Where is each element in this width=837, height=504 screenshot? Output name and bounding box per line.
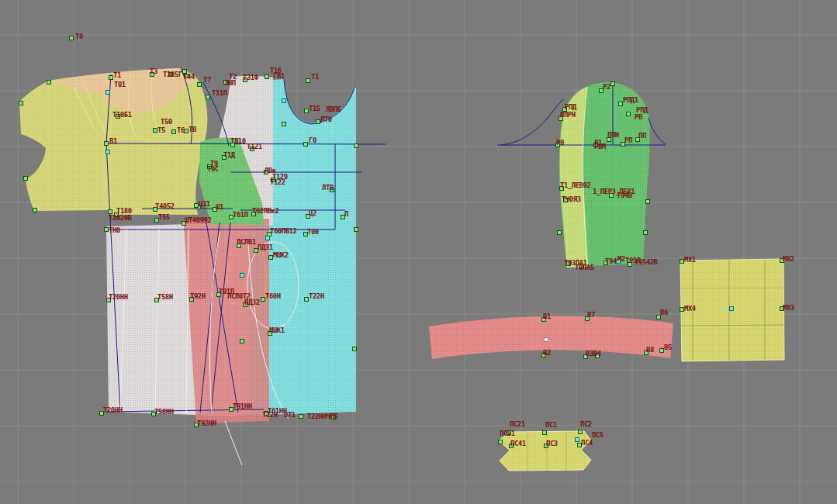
point-label[interactable]: РВ <box>635 113 643 121</box>
point-label[interactable]: Т9542В <box>635 258 659 266</box>
point-label[interactable]: Т55 <box>158 213 170 221</box>
pattern-point[interactable] <box>545 338 548 342</box>
point-label[interactable]: ТН0 <box>109 226 120 234</box>
pattern-point[interactable] <box>730 307 734 311</box>
point-label[interactable]: В3В4 <box>586 350 602 357</box>
pattern-point[interactable] <box>499 440 503 444</box>
pattern-point[interactable] <box>198 83 202 87</box>
pattern-point[interactable] <box>24 177 28 181</box>
pattern-point[interactable] <box>106 91 110 95</box>
pattern-point[interactable] <box>619 102 623 106</box>
point-label[interactable]: Т1Д <box>223 151 236 159</box>
point-label[interactable]: ТД10 <box>230 137 246 145</box>
point-label[interactable]: Т11П <box>212 89 227 97</box>
pattern-point[interactable] <box>305 298 309 302</box>
point-label[interactable]: В6 <box>660 309 668 316</box>
pattern-point[interactable] <box>305 109 309 113</box>
point-label[interactable]: П <box>344 210 348 218</box>
pattern-point[interactable] <box>33 209 37 212</box>
point-label[interactable]: ПС5 <box>592 431 604 439</box>
point-label[interactable]: ПС3 <box>546 440 558 447</box>
pattern-point[interactable] <box>299 415 303 419</box>
point-label[interactable]: МШК2 <box>273 251 289 259</box>
point-label[interactable]: ТЧ0Я3 <box>562 195 581 203</box>
point-label[interactable]: Т121 <box>247 143 262 150</box>
point-label[interactable]: Ц2 <box>309 209 316 217</box>
point-label[interactable]: ЛТ0 <box>320 116 332 123</box>
point-label[interactable]: ППН <box>607 131 619 139</box>
point-label[interactable]: Т10Б1 <box>112 111 132 119</box>
pattern-point[interactable] <box>353 347 357 351</box>
point-label[interactable]: ТЮП <box>224 79 236 87</box>
point-label[interactable]: Т22ННЧПБ <box>307 413 338 420</box>
point-label[interactable]: Т50 <box>161 118 172 126</box>
point-label[interactable]: ПС4 <box>581 439 593 447</box>
pattern-point[interactable] <box>579 430 583 434</box>
cad-canvas[interactable]: Т0Т1Т01Т3Т305ГТ44Т7Т11ПТ2ТЮПТ31ФТ16ГВ1Т1… <box>0 0 837 504</box>
pattern-point[interactable] <box>644 231 648 235</box>
piece-cuff-piece[interactable] <box>499 431 591 471</box>
point-label[interactable]: ПС2 <box>580 420 592 428</box>
point-label[interactable]: Р0 <box>556 139 564 147</box>
pattern-point[interactable] <box>680 308 684 312</box>
point-label[interactable]: Т22Н <box>309 292 324 300</box>
point-label[interactable]: Т58Н <box>157 293 173 301</box>
point-label[interactable]: Т9ПА5 <box>575 264 594 271</box>
pattern-point[interactable] <box>195 204 199 208</box>
point-label[interactable]: Т22Н <box>262 411 278 419</box>
point-label[interactable]: РП <box>624 136 632 144</box>
point-label[interactable]: ПС1 <box>545 421 557 429</box>
pattern-point[interactable] <box>680 260 684 264</box>
point-label[interactable]: МШК1 <box>269 326 285 334</box>
point-label[interactable]: Т9С <box>207 165 219 173</box>
point-label[interactable]: Г0 <box>309 136 316 144</box>
point-label[interactable]: МХ3 <box>783 304 794 312</box>
point-label[interactable]: МХ4 <box>684 305 697 312</box>
point-label[interactable]: МХ2 <box>783 255 794 263</box>
pattern-point[interactable] <box>543 431 547 435</box>
pattern-point[interactable] <box>660 349 664 353</box>
point-label[interactable]: Т15 <box>309 105 320 112</box>
pattern-point[interactable] <box>206 95 210 99</box>
point-label[interactable]: Т94В <box>617 192 633 199</box>
point-label[interactable]: Т7 <box>203 76 211 84</box>
point-label[interactable]: ВПРН <box>560 111 576 119</box>
pattern-point[interactable] <box>154 129 157 133</box>
point-label[interactable]: Т1 <box>311 73 319 81</box>
point-label[interactable]: Т20НН <box>103 406 123 414</box>
pattern-point[interactable] <box>265 75 269 79</box>
pattern-point[interactable] <box>106 150 110 154</box>
pattern-point[interactable] <box>109 76 113 80</box>
pattern-point[interactable] <box>304 143 308 147</box>
point-label[interactable]: Т58НН <box>154 408 174 416</box>
point-label[interactable]: РВМ <box>594 143 607 150</box>
point-label[interactable]: Т91НН <box>233 402 252 410</box>
point-label[interactable]: Т44 <box>183 73 195 81</box>
point-label[interactable]: ПД31 <box>258 243 273 251</box>
pattern-point[interactable] <box>355 144 358 148</box>
point-label[interactable]: ЛТВ <box>322 184 334 192</box>
point-label[interactable]: ПС21 <box>510 420 525 428</box>
point-label[interactable]: В1 <box>109 137 117 145</box>
point-label[interactable]: Т2020В <box>109 214 133 222</box>
point-label[interactable]: ПС41 <box>510 440 526 447</box>
point-label[interactable]: В2 <box>543 349 551 357</box>
point-label[interactable]: ШТ40992 <box>185 216 212 224</box>
point-label[interactable]: Т3 <box>150 67 157 75</box>
point-label[interactable]: ЛСЛВ1 <box>237 238 256 246</box>
point-label[interactable]: Т1_ЛЕВ92 <box>560 181 590 189</box>
point-label[interactable]: Т1 <box>113 71 121 79</box>
point-label[interactable]: Т0 <box>75 33 83 40</box>
pattern-point[interactable] <box>240 340 244 343</box>
pattern-point[interactable] <box>105 142 109 146</box>
point-label[interactable]: В1 <box>543 312 551 320</box>
pattern-point[interactable] <box>306 79 310 83</box>
point-label[interactable]: Т92НН <box>197 419 216 427</box>
pattern-point[interactable] <box>105 228 109 232</box>
point-label[interactable]: ПП <box>638 132 646 140</box>
point-label[interactable]: РПД1 <box>623 96 638 104</box>
point-label[interactable]: Т61П <box>233 211 248 219</box>
point-label[interactable]: МХ1 <box>684 256 696 264</box>
pattern-point[interactable] <box>269 256 273 260</box>
pattern-point[interactable] <box>19 102 23 105</box>
